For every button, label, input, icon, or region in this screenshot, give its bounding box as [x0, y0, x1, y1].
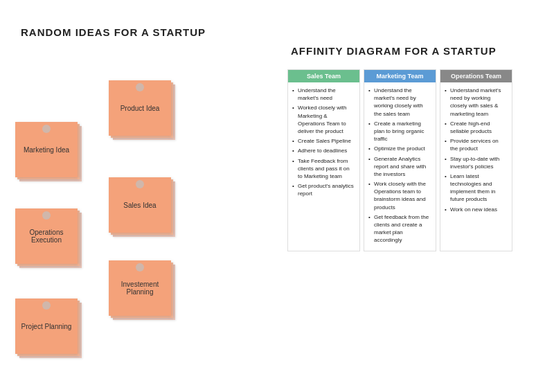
proj-plan-note: Project Planning — [15, 299, 78, 354]
sales-team-header: Sales Team — [288, 70, 359, 82]
list-item: Understand market's need by working clos… — [445, 87, 508, 118]
list-item: Get product's analytics report — [292, 182, 355, 197]
list-item: Learn latest technologies and implement … — [445, 172, 508, 204]
marketing-team-column: Marketing Team Understand the market's n… — [364, 69, 436, 251]
operations-team-body: Understand market's need by working clos… — [440, 82, 512, 220]
ops-exec-note: Operations Execution — [15, 208, 78, 264]
sales-team-body: Understand the market's need Worked clos… — [288, 82, 359, 204]
marketing-idea-note: Marketing Idea — [15, 122, 78, 177]
operations-team-column: Operations Team Understand market's need… — [440, 69, 512, 251]
list-item: Optimize the product — [368, 145, 431, 152]
affinity-title: AFFINITY DIAGRAM FOR A STARTUP — [291, 45, 497, 57]
list-item: Take Feedback from clients and pass it o… — [292, 157, 355, 181]
list-item: Understand the market's need by working … — [368, 87, 431, 118]
list-item: Create high-end sellable products — [445, 120, 508, 135]
list-item: Create a marketing plan to bring organic… — [368, 120, 431, 143]
main-title: RANDOM IDEAS FOR A STARTUP — [21, 26, 206, 38]
list-item: Get feedback from the clients and create… — [368, 213, 431, 244]
list-item: Work on new ideas — [445, 206, 508, 213]
list-item: Provide services on the product — [445, 137, 508, 152]
operations-team-header: Operations Team — [440, 70, 512, 82]
marketing-team-header: Marketing Team — [364, 70, 436, 82]
marketing-team-body: Understand the market's need by working … — [364, 82, 436, 251]
list-item: Stay up-to-date with investor's policies — [445, 155, 508, 170]
list-item: Generate Analytics report and share with… — [368, 155, 431, 179]
affinity-diagram: Sales Team Understand the market's need … — [287, 69, 512, 251]
list-item: Adhere to deadlines — [292, 147, 355, 154]
list-item: Work closely with the Operations team to… — [368, 180, 431, 211]
sales-idea-note: Sales Idea — [109, 177, 171, 233]
list-item: Create Sales Pipeline — [292, 137, 355, 145]
list-item: Understand the market's need — [292, 87, 355, 102]
inv-plan-note: Investement Planning — [109, 260, 171, 316]
sales-team-column: Sales Team Understand the market's need … — [287, 69, 360, 251]
product-idea-note: Product Idea — [109, 80, 171, 136]
list-item: Worked closely with Marketing & Operatio… — [292, 104, 355, 135]
